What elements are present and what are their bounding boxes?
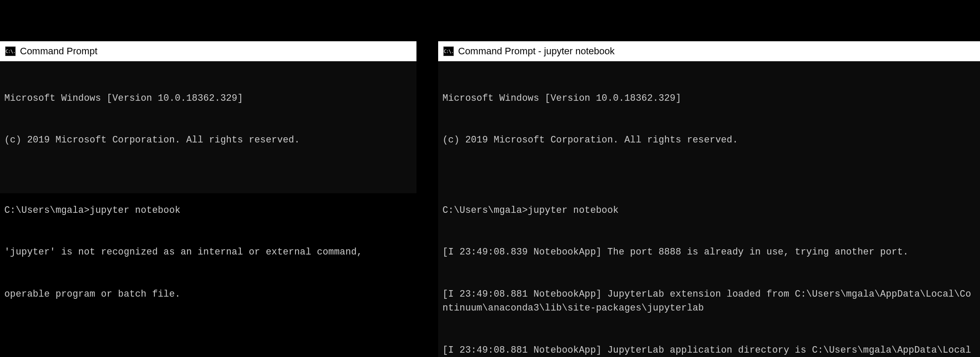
terminal-line: [I 23:49:08.881 NotebookApp] JupyterLab …: [442, 343, 976, 357]
command-prompt-window-left: C:\. Command Prompt Microsoft Windows [V…: [0, 41, 416, 193]
terminal-line: (c) 2019 Microsoft Corporation. All righ…: [442, 133, 976, 147]
cmd-icon: C:\.: [5, 46, 16, 56]
terminal-line: C:\Users\mgala>jupyter notebook: [4, 203, 412, 217]
terminal-line: Microsoft Windows [Version 10.0.18362.32…: [442, 91, 976, 105]
window-title-right: Command Prompt - jupyter notebook: [458, 46, 615, 57]
title-bar-right[interactable]: C:\. Command Prompt - jupyter notebook: [438, 41, 980, 61]
command-prompt-window-right: C:\. Command Prompt - jupyter notebook M…: [438, 41, 980, 357]
terminal-output-right[interactable]: Microsoft Windows [Version 10.0.18362.32…: [438, 61, 980, 357]
terminal-output-left[interactable]: Microsoft Windows [Version 10.0.18362.32…: [0, 61, 416, 357]
terminal-line: 'jupyter' is not recognized as an intern…: [4, 245, 412, 259]
terminal-line: [I 23:49:08.881 NotebookApp] JupyterLab …: [442, 287, 976, 315]
window-title-left: Command Prompt: [20, 46, 98, 57]
title-bar-left[interactable]: C:\. Command Prompt: [0, 41, 416, 61]
terminal-line: C:\Users\mgala>jupyter notebook: [442, 203, 976, 217]
terminal-line: (c) 2019 Microsoft Corporation. All righ…: [4, 133, 412, 147]
terminal-line: Microsoft Windows [Version 10.0.18362.32…: [4, 91, 412, 105]
terminal-line: operable program or batch file.: [4, 287, 412, 301]
terminal-line: [I 23:49:08.839 NotebookApp] The port 88…: [442, 245, 976, 259]
cmd-icon: C:\.: [443, 46, 454, 56]
